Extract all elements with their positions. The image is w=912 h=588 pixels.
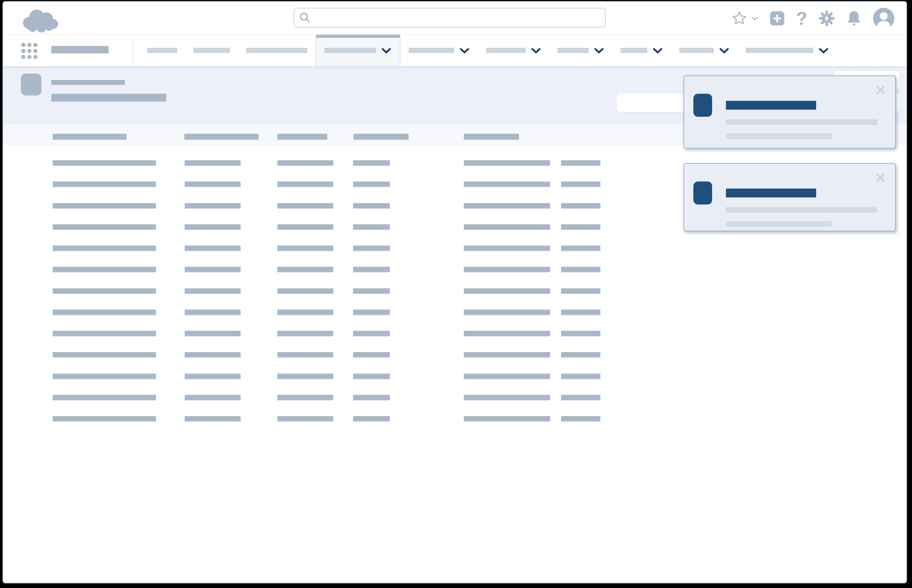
nav-tab[interactable] xyxy=(400,35,478,66)
nav-tab[interactable] xyxy=(478,35,549,66)
cell-placeholder xyxy=(353,160,390,166)
cell-placeholder xyxy=(464,160,550,166)
cell-placeholder xyxy=(353,246,390,251)
global-search-input[interactable] xyxy=(311,8,605,27)
cell-placeholder xyxy=(464,352,550,357)
cell-placeholder xyxy=(353,203,390,208)
table-row[interactable] xyxy=(3,310,906,331)
cell-placeholder xyxy=(278,181,333,187)
toast-record-icon xyxy=(693,94,712,117)
app-name-placeholder xyxy=(51,46,108,53)
table-row[interactable] xyxy=(3,288,906,310)
column-header-placeholder[interactable] xyxy=(354,134,408,140)
toast-notification xyxy=(683,163,896,231)
record-entity-icon xyxy=(21,74,41,95)
cell-placeholder xyxy=(53,395,156,400)
nav-tab[interactable] xyxy=(238,35,316,66)
cell-placeholder xyxy=(353,267,390,272)
favorites-chevron-down-icon[interactable] xyxy=(751,16,759,21)
add-plus-icon[interactable] xyxy=(770,11,784,26)
cell-placeholder xyxy=(561,203,600,208)
cell-placeholder xyxy=(185,181,241,187)
favorites-star-icon[interactable] xyxy=(731,11,747,26)
cell-placeholder xyxy=(53,373,156,379)
table-row[interactable] xyxy=(3,395,906,416)
cell-placeholder xyxy=(185,395,241,400)
cell-placeholder xyxy=(278,352,333,357)
global-search xyxy=(294,8,605,27)
tab-label-placeholder xyxy=(486,48,526,53)
user-avatar[interactable] xyxy=(873,8,894,29)
table-row[interactable] xyxy=(3,373,906,395)
cell-placeholder xyxy=(53,416,156,422)
toast-title-placeholder xyxy=(726,189,816,197)
cell-placeholder xyxy=(353,224,390,229)
chevron-down-icon xyxy=(652,47,663,54)
cell-placeholder xyxy=(185,246,241,251)
cell-placeholder xyxy=(353,373,390,379)
cell-placeholder xyxy=(278,310,333,315)
cell-placeholder xyxy=(185,160,241,166)
nav-tab[interactable] xyxy=(671,35,738,66)
notifications-bell-icon[interactable] xyxy=(846,10,862,26)
nav-tab[interactable] xyxy=(186,35,238,66)
cell-placeholder xyxy=(561,331,600,336)
cell-placeholder xyxy=(464,416,550,422)
chevron-down-icon xyxy=(531,47,541,54)
toast-text-line xyxy=(726,119,877,125)
cell-placeholder xyxy=(464,331,550,336)
cell-placeholder xyxy=(53,352,156,357)
cell-placeholder xyxy=(278,416,333,422)
table-row[interactable] xyxy=(3,267,906,288)
cell-placeholder xyxy=(561,246,600,251)
setup-gear-icon[interactable] xyxy=(818,10,835,26)
help-icon[interactable]: ? xyxy=(796,9,807,27)
table-row[interactable] xyxy=(3,416,906,437)
column-header-placeholder[interactable] xyxy=(464,134,519,140)
nav-tab[interactable] xyxy=(549,35,612,66)
nav-bar xyxy=(3,35,906,66)
cell-placeholder xyxy=(353,181,390,187)
column-header-placeholder[interactable] xyxy=(278,134,327,140)
nav-tab[interactable] xyxy=(139,35,186,66)
cell-placeholder xyxy=(185,352,241,357)
cell-placeholder xyxy=(464,224,550,229)
cell-placeholder xyxy=(53,310,156,315)
cell-placeholder xyxy=(278,246,333,251)
page-subtitle-placeholder xyxy=(51,94,166,102)
toast-text-line xyxy=(726,133,831,139)
cell-placeholder xyxy=(53,181,156,187)
column-header-placeholder[interactable] xyxy=(184,134,258,140)
cell-placeholder xyxy=(353,416,390,422)
nav-tab-selected[interactable] xyxy=(316,35,400,66)
table-row[interactable] xyxy=(3,246,906,267)
header-actions: ? xyxy=(731,2,894,35)
cell-placeholder xyxy=(561,416,600,422)
cell-placeholder xyxy=(464,181,550,187)
cell-placeholder xyxy=(561,373,600,379)
tab-label-placeholder xyxy=(679,48,714,53)
nav-tab[interactable] xyxy=(738,35,837,66)
nav-tab[interactable] xyxy=(612,35,671,66)
close-icon[interactable] xyxy=(874,171,887,184)
global-header: ? xyxy=(3,2,906,35)
table-row[interactable] xyxy=(3,331,906,352)
cell-placeholder xyxy=(561,288,600,294)
page-title-placeholder xyxy=(51,80,125,85)
close-icon[interactable] xyxy=(874,83,887,97)
cell-placeholder xyxy=(464,267,550,272)
help-glyph: ? xyxy=(796,9,807,27)
table-row[interactable] xyxy=(3,352,906,373)
toast-text-line xyxy=(726,207,877,213)
cell-placeholder xyxy=(185,288,241,294)
cell-placeholder xyxy=(353,288,390,294)
nav-bottom-shadow xyxy=(3,66,906,69)
column-header-placeholder[interactable] xyxy=(53,134,127,140)
cell-placeholder xyxy=(278,224,333,229)
app-launcher-waffle-icon[interactable] xyxy=(21,43,37,58)
cell-placeholder xyxy=(561,160,600,166)
toast-text-line xyxy=(726,221,831,227)
cell-placeholder xyxy=(278,395,333,400)
cell-placeholder xyxy=(561,267,600,272)
cell-placeholder xyxy=(464,203,550,208)
